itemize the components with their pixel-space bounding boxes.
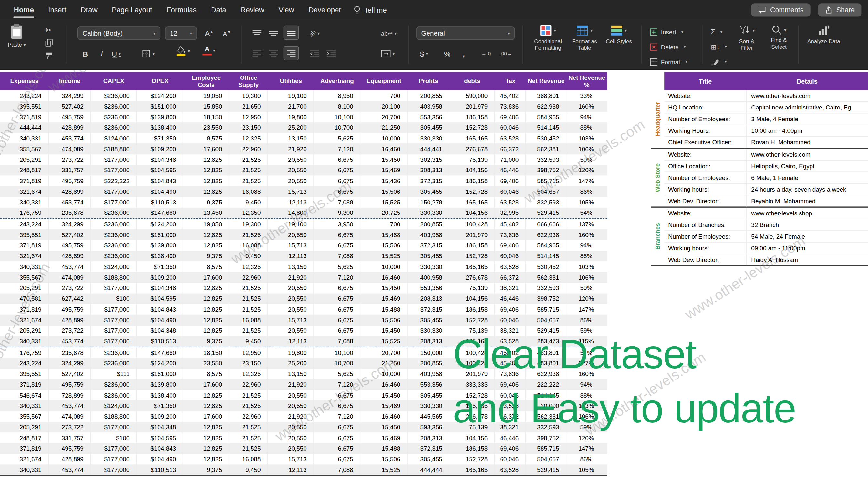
table-cell[interactable]: 15,450	[361, 422, 407, 432]
table-cell[interactable]: 398,752	[526, 432, 566, 443]
table-cell[interactable]: 20,550	[268, 293, 314, 304]
table-cell[interactable]: 12,113	[268, 197, 314, 207]
table-cell[interactable]: 147%	[566, 443, 608, 454]
table-cell[interactable]: 22,960	[229, 379, 268, 390]
table-cell[interactable]: 243,224	[0, 219, 49, 229]
table-cell[interactable]: 553,356	[407, 379, 450, 390]
table-cell[interactable]: 16,460	[361, 272, 407, 282]
table-cell[interactable]: 331,757	[49, 165, 91, 175]
table-cell[interactable]: 63,528	[495, 465, 526, 475]
table-cell[interactable]: $147,680	[136, 207, 183, 218]
column-header-8[interactable]: Equeipment	[361, 72, 407, 90]
table-cell[interactable]: 308,313	[407, 165, 450, 175]
table-cell[interactable]: 19,050	[183, 90, 229, 101]
table-cell[interactable]: $139,800	[136, 379, 183, 390]
table-cell[interactable]: $110,513	[136, 336, 183, 347]
table-cell[interactable]: 152,728	[450, 250, 495, 261]
table-cell[interactable]: $110,513	[136, 197, 183, 207]
table-cell[interactable]: 75,139	[450, 282, 495, 293]
table-cell[interactable]: $177,000	[91, 315, 136, 325]
table-cell[interactable]: $138,400	[136, 250, 183, 261]
table-cell[interactable]: 23,150	[229, 358, 268, 368]
table-cell[interactable]: 324,299	[49, 358, 91, 368]
tab-insert[interactable]: Insert	[41, 0, 73, 20]
table-cell[interactable]: 60,046	[495, 454, 526, 465]
table-cell[interactable]: 13,150	[268, 368, 314, 379]
table-cell[interactable]: 60,046	[495, 250, 526, 261]
table-cell[interactable]: 403,958	[407, 101, 450, 112]
table-cell[interactable]: $124,200	[136, 219, 183, 229]
table-cell[interactable]: 371,819	[0, 240, 49, 250]
table-cell[interactable]: 54%	[566, 207, 608, 218]
table-cell[interactable]: 60,046	[495, 315, 526, 325]
table-cell[interactable]: 21,525	[229, 400, 268, 411]
panel-title-cell[interactable]: Number of Employees:	[664, 113, 746, 124]
table-cell[interactable]: 15,450	[361, 325, 407, 336]
panel-detail-cell[interactable]: 09:00 am - 11:00pm	[746, 243, 868, 253]
table-cell[interactable]: 18,150	[183, 112, 229, 122]
table-cell[interactable]: 15,488	[361, 443, 407, 454]
table-cell[interactable]: 330,330	[407, 261, 450, 272]
table-cell[interactable]: 235,678	[49, 347, 91, 358]
table-cell[interactable]: 453,774	[49, 400, 91, 411]
table-cell[interactable]: 371,819	[0, 443, 49, 454]
table-cell[interactable]: $236,000	[91, 219, 136, 229]
table-cell[interactable]: 23,550	[183, 122, 229, 133]
table-cell[interactable]: 208,313	[407, 432, 450, 443]
table-cell[interactable]: 332,593	[526, 197, 566, 207]
table-cell[interactable]: 504,657	[526, 186, 566, 197]
table-cell[interactable]: 21,250	[361, 358, 407, 368]
table-cell[interactable]: 453,774	[49, 133, 91, 143]
table-cell[interactable]: 205,291	[0, 325, 49, 336]
table-cell[interactable]: 7,088	[314, 465, 361, 475]
table-cell[interactable]: 12,325	[229, 133, 268, 143]
table-cell[interactable]: 16,460	[361, 379, 407, 390]
table-cell[interactable]: 106%	[566, 143, 608, 154]
table-cell[interactable]: 355,567	[0, 143, 49, 154]
table-cell[interactable]: 12,113	[268, 336, 314, 347]
table-cell[interactable]: 106%	[566, 272, 608, 282]
table-cell[interactable]: $71,350	[136, 400, 183, 411]
table-cell[interactable]: $177,000	[91, 465, 136, 475]
table-cell[interactable]: $139,800	[136, 240, 183, 250]
table-cell[interactable]: 152,728	[450, 454, 495, 465]
panel-title-cell[interactable]: Website:	[664, 208, 746, 219]
table-cell[interactable]: $104,348	[136, 422, 183, 432]
table-cell[interactable]: 15,436	[361, 175, 407, 186]
table-cell[interactable]: 12,825	[183, 304, 229, 315]
table-cell[interactable]: 10,700	[314, 358, 361, 368]
tab-draw[interactable]: Draw	[73, 0, 104, 20]
panel-detail-cell[interactable]: Haidy A. Hossam	[746, 254, 868, 265]
table-cell[interactable]: $151,000	[136, 101, 183, 112]
table-cell[interactable]: $236,000	[91, 358, 136, 368]
table-cell[interactable]: 585,715	[526, 304, 566, 315]
table-cell[interactable]: 100,428	[450, 219, 495, 229]
table-cell[interactable]: $100	[91, 432, 136, 443]
table-cell[interactable]: 176,759	[0, 207, 49, 218]
table-cell[interactable]: 152,728	[450, 186, 495, 197]
table-cell[interactable]: 186,158	[450, 240, 495, 250]
table-cell[interactable]: 15,506	[361, 186, 407, 197]
table-cell[interactable]: 403,958	[407, 229, 450, 240]
table-cell[interactable]: 19,050	[183, 219, 229, 229]
table-cell[interactable]: 546,674	[0, 390, 49, 400]
table-cell[interactable]: 15,525	[361, 250, 407, 261]
table-cell[interactable]: 94%	[566, 112, 608, 122]
table-cell[interactable]: 20,550	[268, 390, 314, 400]
table-cell[interactable]: 13,150	[268, 261, 314, 272]
panel-title-cell[interactable]: Web Dev. Director:	[664, 254, 746, 265]
table-cell[interactable]: 324,299	[49, 219, 91, 229]
table-cell[interactable]: 10,100	[314, 347, 361, 358]
table-cell[interactable]: 15,525	[361, 197, 407, 207]
table-cell[interactable]: $138,400	[136, 390, 183, 400]
table-cell[interactable]: 15,469	[361, 400, 407, 411]
table-cell[interactable]: 21,525	[229, 229, 268, 240]
delete-cells-button[interactable]: Delete▾	[650, 40, 686, 53]
table-cell[interactable]: $104,348	[136, 154, 183, 165]
table-cell[interactable]: 63,528	[495, 133, 526, 143]
table-cell[interactable]: 371,819	[0, 175, 49, 186]
table-cell[interactable]: 6,675	[314, 390, 361, 400]
table-cell[interactable]: 6,675	[314, 154, 361, 165]
table-cell[interactable]: 332,593	[526, 154, 566, 165]
table-cell[interactable]: 22,960	[229, 272, 268, 282]
